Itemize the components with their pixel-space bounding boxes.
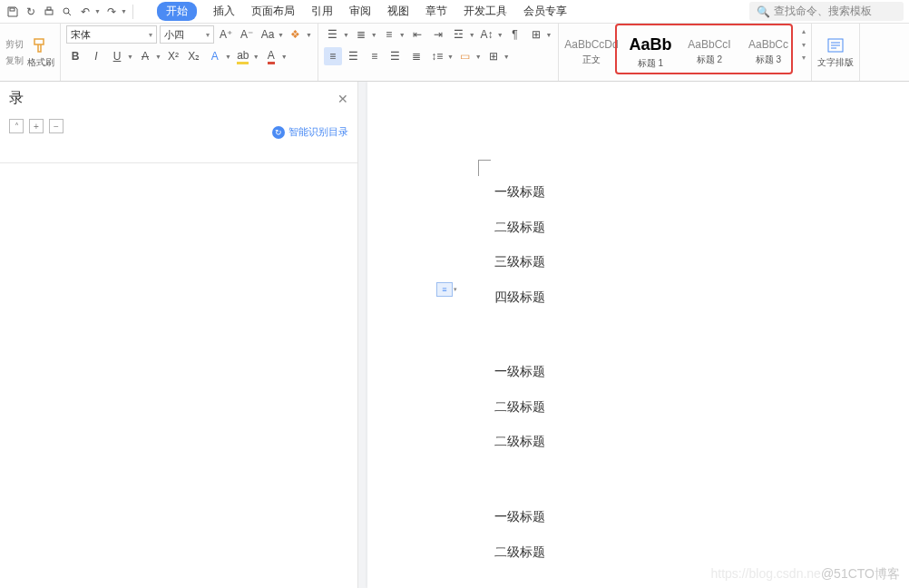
document-page[interactable]: ≡ ▾ 一级标题 二级标题 三级标题 四级标题 一级标题 二级标题 二级标题 一…: [367, 82, 909, 588]
style-heading3[interactable]: AaBbCc 标题 3: [741, 25, 797, 79]
style-normal[interactable]: AaBbCcDd 正文: [564, 25, 620, 79]
italic-button[interactable]: I: [87, 47, 105, 65]
smart-detect-button[interactable]: ↻ 智能识别目录: [272, 125, 348, 139]
text-layout-button[interactable]: 文字排版: [817, 35, 854, 69]
grow-font-button[interactable]: A⁺: [217, 25, 235, 44]
style-label: 标题 2: [697, 54, 722, 66]
increase-indent-button[interactable]: ⇥: [429, 25, 447, 44]
strike-button[interactable]: A: [136, 47, 154, 65]
distribute-button[interactable]: ≣: [407, 47, 425, 65]
font-size-combo[interactable]: 小四▾: [160, 25, 214, 44]
doc-line[interactable]: 二级标题: [494, 389, 545, 425]
heading-tag-icon[interactable]: ≡: [436, 282, 453, 297]
quick-access-toolbar: ↻ ↶ ▼ ↷ ▼ 开始 插入 页面布局 引用 审阅 视图 章节 开发工具 会员…: [0, 0, 909, 24]
document-text-block: 一级标题 二级标题 二级标题: [494, 354, 545, 459]
numbering-button[interactable]: ≣: [352, 25, 370, 44]
sort-button[interactable]: ☲: [450, 25, 468, 44]
highlight-button[interactable]: ab: [234, 47, 252, 65]
styles-expand-icon[interactable]: ▾: [802, 54, 806, 62]
tab-layout[interactable]: 页面布局: [251, 4, 295, 19]
tab-review[interactable]: 审阅: [349, 4, 371, 19]
align-right-button[interactable]: ≡: [366, 47, 384, 65]
svg-rect-2: [47, 7, 51, 10]
typeset-group: 文字排版: [812, 24, 860, 81]
font-color-button[interactable]: A: [262, 47, 280, 65]
show-marks-button[interactable]: ¶: [506, 25, 524, 44]
styles-scroller: ▴ ▾ ▾: [800, 25, 806, 64]
watermark-faint: https://blog.csdn.ne: [710, 566, 820, 581]
doc-line[interactable]: 四级标题: [494, 279, 545, 315]
shading-button[interactable]: ▭: [456, 47, 474, 65]
add-icon[interactable]: +: [29, 119, 44, 133]
tab-dev[interactable]: 开发工具: [464, 4, 507, 19]
bold-button[interactable]: B: [66, 47, 84, 65]
text-layout-icon: [824, 35, 847, 55]
line-spacing-button[interactable]: ↕≡: [428, 47, 446, 65]
doc-line[interactable]: 二级标题: [494, 424, 545, 459]
tab-reference[interactable]: 引用: [311, 4, 333, 19]
redo-icon[interactable]: ↻: [24, 5, 38, 19]
doc-line[interactable]: 一级标题: [494, 174, 545, 210]
doc-line[interactable]: 三级标题: [494, 244, 545, 279]
cut-button[interactable]: 剪切: [5, 38, 24, 51]
tab-view[interactable]: 视图: [387, 4, 409, 19]
chevron-down-icon[interactable]: ▾: [454, 286, 457, 293]
style-label: 标题 1: [638, 57, 663, 70]
sync-icon: ↻: [272, 126, 285, 139]
copy-button[interactable]: 复制: [5, 54, 24, 67]
font-name-combo[interactable]: 宋体▾: [66, 25, 157, 44]
tab-insert[interactable]: 插入: [213, 4, 235, 19]
format-painter-button[interactable]: 格式刷: [27, 35, 54, 69]
chevron-down-icon[interactable]: ▼: [121, 8, 127, 15]
shrink-font-button[interactable]: A⁻: [238, 25, 256, 44]
doc-line[interactable]: 一级标题: [494, 499, 545, 534]
collapse-icon[interactable]: ˄: [9, 119, 24, 133]
doc-line[interactable]: 一级标题: [494, 354, 545, 389]
bullets-button[interactable]: ☰: [324, 25, 342, 44]
smart-detect-label: 智能识别目录: [288, 125, 348, 139]
ribbon: 剪切 复制 格式刷 宋体▾ 小四▾ A⁺ A⁻ Aa▼ ❖▼ B I U▼ A▼…: [0, 24, 909, 82]
decrease-indent-button[interactable]: ⇤: [408, 25, 426, 44]
align-left-button[interactable]: ≡: [324, 47, 342, 65]
style-heading1[interactable]: AaBb 标题 1: [623, 25, 679, 79]
clear-format-button[interactable]: ❖: [287, 25, 305, 44]
subscript-button[interactable]: X₂: [185, 47, 203, 65]
styles-down-icon[interactable]: ▾: [802, 41, 806, 49]
tabs-button[interactable]: ⊞: [527, 25, 545, 44]
style-preview: AaBbCcDd: [564, 38, 618, 51]
styles-up-icon[interactable]: ▴: [802, 27, 806, 35]
document-text-block: 一级标题 二级标题 三级标题 四级标题: [494, 174, 545, 314]
change-case-button[interactable]: Aa: [259, 25, 277, 44]
format-painter-label: 格式刷: [27, 56, 54, 69]
text-effects-button[interactable]: A: [206, 47, 224, 65]
style-label: 正文: [582, 54, 601, 66]
redo2-icon[interactable]: ↷: [104, 5, 119, 19]
style-heading2[interactable]: AaBbCcI 标题 2: [682, 25, 738, 79]
remove-icon[interactable]: −: [49, 119, 64, 133]
preview-icon[interactable]: [60, 5, 74, 19]
close-icon[interactable]: ✕: [337, 92, 348, 106]
multilevel-button[interactable]: ≡: [380, 25, 398, 44]
style-preview: AaBbCcI: [688, 38, 730, 51]
watermark: https://blog.csdn.ne@51CTO博客: [710, 566, 900, 583]
underline-button[interactable]: U: [108, 47, 126, 65]
borders-button[interactable]: ⊞: [484, 47, 503, 65]
doc-line[interactable]: 二级标题: [494, 534, 545, 570]
chevron-down-icon[interactable]: ▼: [94, 8, 101, 15]
tab-start[interactable]: 开始: [157, 2, 197, 21]
print-icon[interactable]: [42, 5, 56, 19]
search-box[interactable]: 🔍 查找命令、搜索模板: [749, 2, 904, 21]
margin-mark-icon: [478, 160, 491, 176]
doc-line[interactable]: 二级标题: [494, 210, 545, 245]
justify-button[interactable]: ☰: [386, 47, 405, 65]
tab-chapter[interactable]: 章节: [425, 4, 447, 19]
text-layout-label: 文字排版: [817, 56, 854, 69]
document-text-block: 一级标题 二级标题: [494, 499, 545, 569]
text-direction-button[interactable]: A↕: [478, 25, 496, 44]
svg-rect-0: [10, 8, 15, 11]
align-center-button[interactable]: ☰: [345, 47, 363, 65]
undo-icon[interactable]: ↶: [78, 5, 93, 19]
tab-vip[interactable]: 会员专享: [523, 4, 567, 19]
superscript-button[interactable]: X²: [164, 47, 182, 65]
save-icon[interactable]: [5, 5, 20, 19]
